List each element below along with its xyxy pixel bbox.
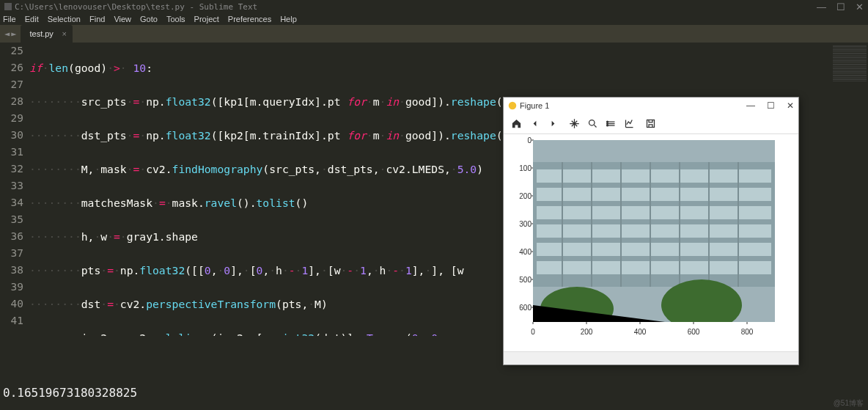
svg-rect-6 xyxy=(647,120,655,128)
code-line: ········pts·=·np.float32([[0,·0],·[0,·h·… xyxy=(29,262,561,279)
menu-view[interactable]: View xyxy=(114,15,131,23)
code-line: ········h,·w·=·gray1.shape xyxy=(29,228,561,245)
subplots-icon[interactable] xyxy=(606,118,617,129)
mpl-toolbar xyxy=(504,114,798,134)
svg-rect-10 xyxy=(537,188,771,201)
window-title: C:\Users\lenovouser\Desktop\test.py - Su… xyxy=(15,2,257,12)
svg-point-3 xyxy=(607,121,608,122)
mpl-title-bar[interactable]: Figure 1 — ☐ ✕ xyxy=(504,98,798,114)
line-number: 27 xyxy=(0,76,23,93)
line-number: 34 xyxy=(0,194,23,211)
y-tick-label: 300 xyxy=(518,220,532,228)
x-tick-label: 0 xyxy=(531,328,535,336)
watermark: @51博客 xyxy=(834,398,864,409)
svg-rect-13 xyxy=(537,243,771,256)
menu-tools[interactable]: Tools xyxy=(166,15,185,23)
mpl-minimize-button[interactable]: — xyxy=(746,100,755,111)
menu-find[interactable]: Find xyxy=(89,15,105,23)
svg-point-1 xyxy=(509,102,517,110)
app-icon xyxy=(4,3,12,10)
home-icon[interactable] xyxy=(511,118,522,129)
nav-forward-icon[interactable]: ► xyxy=(11,29,16,39)
pan-icon[interactable] xyxy=(569,118,580,129)
nav-back-icon[interactable]: ◄ xyxy=(4,29,10,39)
tab-close-icon[interactable]: × xyxy=(62,29,66,38)
line-gutter: 25 26 27 28 29 30 31 32 33 34 35 36 37 3… xyxy=(0,43,29,336)
back-arrow-icon[interactable] xyxy=(529,118,540,129)
x-tick-label: 400 xyxy=(634,328,647,336)
forward-arrow-icon[interactable] xyxy=(548,118,559,129)
tab-label: test.py xyxy=(29,29,53,38)
mpl-status-bar xyxy=(504,351,798,365)
mpl-maximize-button[interactable]: ☐ xyxy=(767,100,775,111)
line-number: 38 xyxy=(0,262,23,279)
x-tick-label: 200 xyxy=(581,328,593,336)
y-tick-label: 200 xyxy=(518,192,532,200)
menu-selection[interactable]: Selection xyxy=(48,15,81,23)
svg-point-2 xyxy=(589,120,595,126)
y-tick-label: 600 xyxy=(518,304,532,312)
line-number: 32 xyxy=(0,161,23,177)
axes-icon[interactable] xyxy=(624,118,635,129)
line-number: 28 xyxy=(0,93,23,110)
mpl-title-text: Figure 1 xyxy=(520,101,549,110)
y-tick-label: 0 xyxy=(518,136,532,144)
code-content[interactable]: if·len(good)·>· 10: ········src_pts·=·np… xyxy=(29,43,561,336)
close-button[interactable]: ✕ xyxy=(856,1,864,12)
menu-project[interactable]: Project xyxy=(194,15,219,23)
code-line: if·len(good)·>· 10: xyxy=(29,59,561,76)
svg-rect-0 xyxy=(4,3,12,10)
svg-rect-11 xyxy=(537,206,771,219)
line-number: 26 xyxy=(0,59,23,76)
code-line: ········M,·mask·=·cv2.findHomography(src… xyxy=(29,161,561,177)
svg-point-4 xyxy=(607,123,608,125)
menu-help[interactable]: Help xyxy=(280,15,297,23)
x-tick-label: 600 xyxy=(688,328,700,336)
menu-edit[interactable]: Edit xyxy=(25,15,39,23)
svg-rect-14 xyxy=(537,261,771,274)
y-tick-label: 500 xyxy=(518,276,532,284)
line-number: 31 xyxy=(0,144,23,161)
minimize-button[interactable]: — xyxy=(817,1,826,12)
maximize-button[interactable]: ☐ xyxy=(836,1,845,12)
line-number: 25 xyxy=(0,43,23,59)
tab-strip: ◄ ► test.py × xyxy=(0,25,868,43)
menu-preferences[interactable]: Preferences xyxy=(228,15,271,23)
y-tick-label: 400 xyxy=(518,248,532,256)
save-icon[interactable] xyxy=(645,118,656,129)
svg-rect-9 xyxy=(537,169,771,183)
line-number: 40 xyxy=(0,296,23,312)
menu-goto[interactable]: Goto xyxy=(140,15,158,23)
line-number: 36 xyxy=(0,228,23,245)
line-number: 30 xyxy=(0,127,23,144)
x-tick-label: 800 xyxy=(741,328,754,336)
y-tick-label: 100 xyxy=(518,164,532,172)
line-number: 41 xyxy=(0,312,23,329)
line-number: 37 xyxy=(0,245,23,262)
line-number: 33 xyxy=(0,177,23,194)
line-number: 39 xyxy=(0,279,23,296)
menu-bar: File Edit Selection Find View Goto Tools… xyxy=(0,13,868,25)
zoom-icon[interactable] xyxy=(587,118,598,129)
window-title-bar: C:\Users\lenovouser\Desktop\test.py - Su… xyxy=(0,0,868,13)
code-line: ········dst_pts·=·np.float32([kp2[m.trai… xyxy=(29,127,561,144)
matplotlib-window[interactable]: Figure 1 — ☐ ✕ 0 100 200 300 400 500 600 xyxy=(503,97,799,365)
menu-file[interactable]: File xyxy=(3,15,16,23)
svg-point-5 xyxy=(607,125,608,126)
line-number: 29 xyxy=(0,110,23,127)
code-line: ········img2·=·cv2.polylines(img2,·[np.i… xyxy=(29,329,561,336)
plot-image-area xyxy=(533,140,775,322)
svg-rect-12 xyxy=(537,224,771,238)
minimap[interactable] xyxy=(831,44,868,161)
mpl-canvas[interactable]: 0 100 200 300 400 500 600 0 200 400 600 … xyxy=(504,134,798,351)
line-number: 35 xyxy=(0,211,23,228)
mpl-close-button[interactable]: ✕ xyxy=(787,100,794,111)
tab-testpy[interactable]: test.py × xyxy=(21,25,72,43)
code-line: ········dst·=·cv2.perspectiveTransform(p… xyxy=(29,296,561,312)
code-line: ········src_pts·=·np.float32([kp1[m.quer… xyxy=(29,93,561,110)
code-line: ········matchesMask·=·mask.ravel().tolis… xyxy=(29,194,561,211)
mpl-icon xyxy=(508,101,517,110)
status-value: 0.16519673180328825 xyxy=(3,386,137,400)
